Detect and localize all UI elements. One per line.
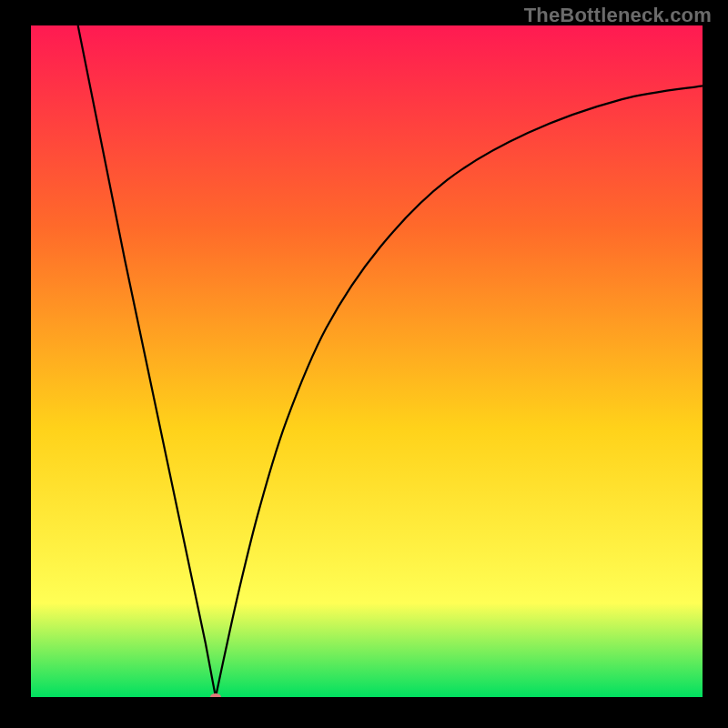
chart-svg: [31, 25, 703, 697]
chart-frame: TheBottleneck.com: [0, 0, 728, 728]
plot-area: [31, 25, 703, 697]
gradient-background: [31, 25, 703, 697]
watermark-text: TheBottleneck.com: [524, 4, 712, 27]
